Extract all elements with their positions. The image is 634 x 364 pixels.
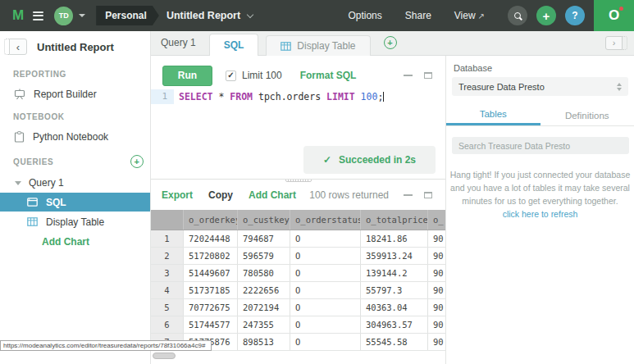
tree-expand-caret-icon[interactable] bbox=[15, 181, 21, 185]
select-arrows-icon bbox=[617, 83, 622, 91]
add-tab-button[interactable]: + bbox=[384, 36, 397, 49]
sidebar-item-sql[interactable]: SQL bbox=[0, 193, 150, 212]
table-cell: 51744577 bbox=[184, 316, 238, 333]
minimize-results-icon[interactable] bbox=[404, 194, 413, 196]
table-cell: 51737185 bbox=[184, 282, 238, 298]
format-sql-button[interactable]: Format SQL bbox=[300, 70, 357, 81]
text-cursor bbox=[383, 92, 384, 102]
expand-panel-button[interactable]: › bbox=[605, 36, 623, 50]
tab-tables[interactable]: Tables bbox=[446, 105, 540, 125]
help-button[interactable]: ? bbox=[565, 6, 585, 25]
table-cell: 55545.58 bbox=[361, 334, 428, 350]
line-number-gutter: 1 bbox=[151, 89, 174, 104]
queries-section-header: QUERIES + bbox=[0, 147, 150, 173]
limit-checkbox-group[interactable]: ✓ Limit 100 bbox=[226, 70, 282, 81]
sidebar-item-python-notebook[interactable]: Python Notebook bbox=[0, 126, 150, 147]
table-cell: 304963.57 bbox=[361, 316, 428, 333]
table-cell: O bbox=[290, 265, 361, 281]
table-search-input[interactable] bbox=[452, 137, 629, 154]
results-table-header: o_orderkeyo_custkeyo_orderstatuso_totalp… bbox=[151, 210, 445, 230]
add-chart-button[interactable]: Add Chart bbox=[249, 189, 296, 201]
sidebar-item-label: Python Notebook bbox=[33, 131, 108, 143]
header-cell: o_ bbox=[428, 210, 445, 230]
sql-code-line[interactable]: SELECT * FROM tpch.orders LIMIT 100; bbox=[174, 89, 384, 104]
notebook-section-header: NOTEBOOK bbox=[0, 104, 150, 126]
table-row: 5707726752072194O40363.0490 bbox=[151, 299, 445, 316]
tab-sql[interactable]: SQL bbox=[209, 34, 259, 56]
report-title-chevron-down-icon[interactable] bbox=[247, 11, 253, 17]
header-cell: o_orderstatus bbox=[290, 210, 361, 230]
table-cell: 40363.04 bbox=[361, 299, 428, 316]
limit-checkbox-label: Limit 100 bbox=[242, 70, 282, 81]
minimize-editor-icon[interactable] bbox=[404, 75, 413, 76]
rows-returned-label: 100 rows returned bbox=[309, 189, 389, 201]
options-button[interactable]: Options bbox=[348, 10, 381, 21]
notification-dot bbox=[619, 7, 623, 11]
tab-bar: Query 1 SQL Display Table + › bbox=[151, 31, 634, 56]
run-button[interactable]: Run bbox=[162, 66, 212, 86]
table-cell: 51449607 bbox=[184, 265, 238, 281]
add-button[interactable]: + bbox=[536, 6, 556, 25]
sidebar-item-query-1[interactable]: Query 1 bbox=[0, 173, 150, 193]
header-cell: o_orderkey bbox=[184, 210, 238, 230]
pane-resize-handle[interactable] bbox=[285, 179, 312, 182]
results-toolbar: Export Copy Add Chart 100 rows returned bbox=[151, 180, 445, 210]
refresh-link[interactable]: click here to refresh bbox=[446, 207, 634, 221]
table-row: 351449607780580O139144.290 bbox=[151, 265, 445, 282]
export-button[interactable]: Export bbox=[162, 189, 193, 201]
avatar[interactable]: TD bbox=[54, 7, 73, 25]
table-cell: O bbox=[290, 248, 361, 264]
table-cell: 596579 bbox=[238, 248, 290, 264]
breadcrumb-report-title[interactable]: Untitled Report bbox=[166, 10, 240, 21]
results-table: o_orderkeyo_custkeyo_orderstatuso_totalp… bbox=[151, 210, 445, 361]
avatar-caret-icon[interactable] bbox=[79, 14, 85, 17]
maximize-editor-icon[interactable] bbox=[424, 72, 432, 79]
notification-badge[interactable]: O bbox=[594, 0, 634, 31]
sidebar-item-display-table[interactable]: Display Table bbox=[0, 212, 150, 232]
maximize-results-icon[interactable] bbox=[424, 192, 432, 198]
table-cell: O bbox=[290, 282, 361, 298]
database-label: Database bbox=[454, 63, 634, 73]
header-cell bbox=[151, 210, 184, 230]
header-cell: o_custkey bbox=[238, 210, 290, 230]
success-check-icon: ✓ bbox=[323, 154, 331, 166]
query-status-badge: ✓ Succeeded in 2s bbox=[303, 146, 436, 174]
table-row: 651744577247355O304963.5790 bbox=[151, 316, 445, 334]
share-button[interactable]: Share bbox=[405, 10, 431, 21]
limit-checkbox[interactable]: ✓ bbox=[226, 71, 236, 81]
tab-definitions[interactable]: Definitions bbox=[540, 105, 634, 125]
table-cell: 70772675 bbox=[184, 299, 238, 316]
sidebar-item-add-chart[interactable]: Add Chart bbox=[0, 232, 150, 252]
table-cell: 780580 bbox=[238, 265, 290, 281]
table-row: 172024448794687O18241.8690 bbox=[151, 230, 445, 248]
collapse-sidebar-button[interactable]: ‹ bbox=[9, 39, 27, 55]
sql-code-text: SELECT * FROM tpch.orders LIMIT 100; bbox=[179, 91, 383, 102]
display-table-icon bbox=[281, 42, 291, 51]
table-cell: O bbox=[290, 316, 361, 333]
reporting-section-header: REPORTING bbox=[0, 63, 150, 84]
search-icon bbox=[514, 12, 521, 19]
tab-display-table[interactable]: Display Table bbox=[266, 35, 370, 56]
database-select[interactable]: Treasure Data Presto bbox=[452, 77, 628, 96]
view-button[interactable]: View↗ bbox=[454, 10, 485, 21]
sql-code-area[interactable]: 1 SELECT * FROM tpch.orders LIMIT 100; bbox=[151, 89, 445, 104]
table-cell: 90 bbox=[428, 299, 445, 316]
status-url-tooltip: https://modeanalytics.com/editor/treasur… bbox=[0, 340, 212, 351]
copy-button[interactable]: Copy bbox=[208, 189, 233, 201]
database-panel-tabs: Tables Definitions bbox=[446, 105, 634, 126]
table-cell: 18241.86 bbox=[361, 230, 428, 247]
scrollbar-thumb[interactable] bbox=[153, 353, 176, 359]
sidebar-item-label: SQL bbox=[46, 197, 66, 208]
hamburger-menu-icon[interactable] bbox=[33, 11, 43, 20]
sidebar-item-report-builder[interactable]: Report Builder bbox=[0, 84, 150, 104]
results-table-body: 172024448794687O18241.869025172080259657… bbox=[151, 230, 445, 351]
search-button[interactable] bbox=[508, 6, 527, 25]
breadcrumb-workspace[interactable]: Personal bbox=[96, 6, 159, 25]
table-cell: 359913.24 bbox=[361, 248, 428, 264]
table-cell: 2222656 bbox=[238, 282, 290, 298]
app-window: M TD Personal Untitled Report Options Sh… bbox=[0, 0, 634, 364]
row-number-cell: 2 bbox=[151, 248, 184, 264]
mode-logo[interactable]: M bbox=[12, 7, 24, 24]
row-number-cell: 1 bbox=[151, 230, 184, 247]
add-query-button[interactable]: + bbox=[130, 155, 144, 168]
